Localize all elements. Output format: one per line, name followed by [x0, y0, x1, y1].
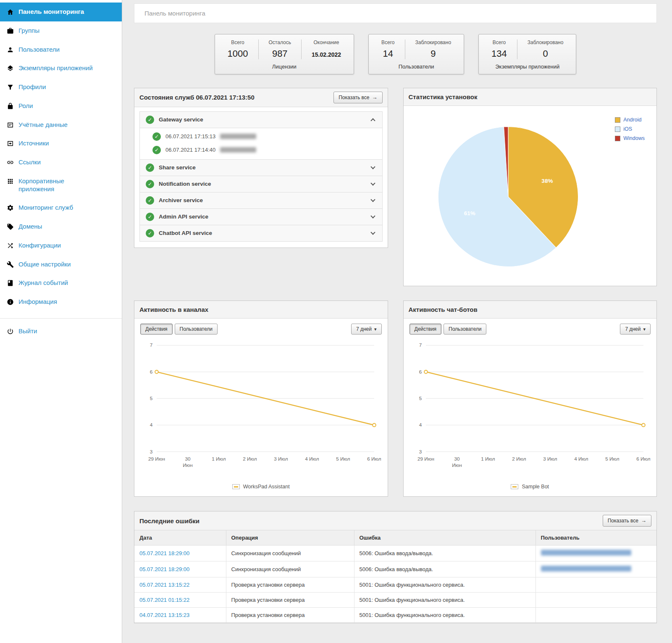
- legend-label[interactable]: Sample Bot: [522, 484, 549, 490]
- sidebar-item-general-settings[interactable]: Общие настройки: [0, 255, 122, 274]
- legend-item-android[interactable]: Android: [615, 117, 645, 123]
- sidebar-item-label: Домены: [18, 223, 42, 231]
- service-name: Share service: [159, 164, 367, 171]
- service-list: ✓ Gateway service ✓ 06.07.2021 17:15:13: [139, 111, 383, 242]
- svg-text:5 Июл: 5 Июл: [605, 456, 619, 462]
- channel-activity-chart: 3456729 Июн30Июн1 Июл2 Июл3 Июл4 Июл5 Ию…: [140, 339, 382, 481]
- error-date-link[interactable]: 05.07.2021 18:29:00: [134, 545, 226, 561]
- wrench-icon: [7, 261, 14, 268]
- sidebar-item-label: Панель мониторинга: [18, 8, 84, 16]
- sidebar-item-app-instances[interactable]: Экземпляры приложений: [0, 59, 122, 78]
- service-entry: ✓ 06.07.2021 17:14:40: [152, 146, 376, 154]
- stat-value: 14: [381, 48, 394, 59]
- chevron-up-icon: [370, 118, 375, 123]
- chart-toolbar: Действия Пользователи 7 дней ▾: [140, 324, 382, 335]
- service-row-notification[interactable]: ✓ Notification service: [140, 176, 382, 192]
- redacted-user: [541, 550, 631, 556]
- error-user: [536, 561, 656, 577]
- sidebar-item-configurations[interactable]: Конфигурации: [0, 236, 122, 255]
- page-title: Панель мониторинга: [144, 10, 205, 17]
- legend-swatch: [615, 117, 620, 123]
- chart-mode-toggle: Действия Пользователи: [410, 324, 487, 335]
- svg-text:7: 7: [419, 343, 422, 348]
- stat-label: Окончание: [312, 40, 341, 45]
- stat-col: Осталось 987: [258, 40, 301, 59]
- sidebar: Панель мониторинга Группы Пользователи Э…: [0, 0, 122, 643]
- svg-text:29 Июн: 29 Июн: [148, 456, 165, 462]
- stat-label: Всего: [228, 40, 248, 45]
- stat-label: Осталось: [269, 40, 291, 45]
- service-row-archiver[interactable]: ✓ Archiver service: [140, 192, 382, 209]
- error-date-link[interactable]: 05.07.2021 13:15:22: [134, 577, 226, 592]
- period-dropdown[interactable]: 7 дней ▾: [620, 324, 651, 335]
- sidebar-item-event-log[interactable]: Журнал событий: [0, 274, 122, 293]
- stat-card-title: Лицензии: [218, 63, 351, 70]
- sidebar-item-service-monitoring[interactable]: Мониторинг служб: [0, 198, 122, 217]
- stat-col: Заблокировано 9: [405, 40, 462, 59]
- legend-marker: [511, 484, 518, 489]
- column-header-date: Дата: [134, 530, 226, 545]
- service-row-chatbot-api[interactable]: ✓ Chatbot API service: [140, 225, 382, 241]
- show-all-services-button[interactable]: Показать все →: [333, 92, 382, 103]
- sidebar-item-information[interactable]: Информация: [0, 293, 122, 311]
- svg-text:29 Июн: 29 Июн: [417, 456, 434, 462]
- chatbot-activity-chart: 3456729 Июн30Июн1 Июл2 Июл3 Июл4 Июл5 Ию…: [410, 339, 651, 481]
- legend-item-windows[interactable]: Windows: [615, 135, 645, 141]
- sidebar-item-domains[interactable]: Домены: [0, 217, 122, 236]
- sidebar-item-sources[interactable]: Источники: [0, 134, 122, 153]
- service-entries: ✓ 06.07.2021 17:15:13 ✓ 06.07.2021 17:14…: [140, 128, 382, 160]
- status-ok-icon: ✓: [152, 146, 161, 154]
- stat-card-title: Экземпляры приложений: [481, 63, 573, 70]
- actions-toggle-button[interactable]: Действия: [410, 324, 442, 335]
- panel-header: Последние ошибки Показать все →: [134, 511, 656, 530]
- svg-text:7: 7: [150, 343, 152, 348]
- sidebar-item-dashboard[interactable]: Панель мониторинга: [0, 3, 122, 21]
- sidebar-item-label: Профили: [18, 83, 46, 91]
- sidebar-item-logout[interactable]: Выйти: [0, 322, 122, 341]
- error-operation: Проверка установки сервера: [226, 607, 354, 622]
- pie-chart-container: 38%61% Android iOS Windows: [404, 106, 657, 286]
- panel-header: Статистика установок: [404, 88, 657, 106]
- legend-label[interactable]: WorksPad Assistant: [243, 484, 290, 490]
- svg-text:4 Июл: 4 Июл: [305, 456, 319, 462]
- errors-table: Дата Операция Ошибка Пользователь 05.07.…: [134, 530, 656, 623]
- service-row-gateway[interactable]: ✓ Gateway service: [140, 112, 382, 128]
- actions-toggle-button[interactable]: Действия: [140, 324, 173, 335]
- sidebar-item-corporate-apps[interactable]: Корпоративные приложения: [0, 172, 122, 199]
- caret-down-icon: ▾: [374, 327, 377, 332]
- chart-legend: Sample Bot: [410, 481, 651, 493]
- sidebar-item-label: Конфигурации: [18, 242, 61, 250]
- show-all-errors-button[interactable]: Показать все →: [603, 515, 651, 527]
- table-row: 05.07.2021 18:29:00 Синхронизация сообще…: [134, 561, 656, 577]
- stat-value: 0: [528, 48, 564, 59]
- column-header-operation: Операция: [226, 530, 354, 545]
- layers-icon: [7, 65, 14, 72]
- legend-label: Android: [623, 117, 641, 123]
- service-row-share[interactable]: ✓ Share service: [140, 160, 382, 176]
- svg-text:1 Июл: 1 Июл: [212, 456, 226, 462]
- error-message: 5001: Ошибка функционального сервиса.: [354, 592, 536, 607]
- button-label: Показать все: [339, 95, 369, 100]
- sidebar-item-credentials[interactable]: Учётные данные: [0, 116, 122, 134]
- service-row-admin-api[interactable]: ✓ Admin API service: [140, 209, 382, 225]
- stat-value: 134: [491, 48, 507, 59]
- stat-card-licenses: Всего 1000 Осталось 987 Окончание 15.02.…: [215, 34, 354, 74]
- stat-label: Всего: [491, 40, 507, 45]
- sidebar-item-roles[interactable]: Роли: [0, 97, 122, 116]
- redacted-text: [220, 134, 256, 139]
- legend-item-ios[interactable]: iOS: [615, 126, 645, 132]
- period-dropdown[interactable]: 7 дней ▾: [351, 324, 382, 335]
- sidebar-item-profiles[interactable]: Профили: [0, 78, 122, 97]
- sidebar-item-links[interactable]: Ссылки: [0, 153, 122, 172]
- sidebar-divider: [0, 318, 122, 319]
- user-icon: [7, 46, 14, 53]
- users-toggle-button[interactable]: Пользователи: [175, 324, 218, 335]
- users-toggle-button[interactable]: Пользователи: [444, 324, 486, 335]
- svg-text:6 Июл: 6 Июл: [367, 456, 381, 462]
- sidebar-item-groups[interactable]: Группы: [0, 21, 122, 40]
- error-date-link[interactable]: 05.07.2021 18:29:00: [134, 561, 226, 577]
- error-date-link[interactable]: 04.07.2021 13:15:23: [134, 607, 226, 622]
- sidebar-item-users[interactable]: Пользователи: [0, 40, 122, 59]
- service-name: Notification service: [159, 181, 367, 187]
- error-date-link[interactable]: 05.07.2021 01:15:22: [134, 592, 226, 607]
